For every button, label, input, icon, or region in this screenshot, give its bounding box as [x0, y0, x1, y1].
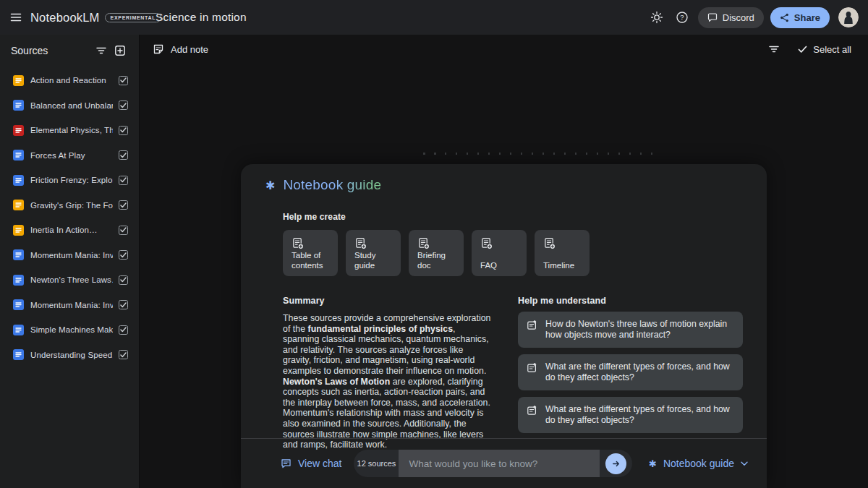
note-add-icon: [292, 237, 304, 249]
source-list-item[interactable]: Friction Frenzy: Explorin…: [0, 168, 139, 193]
create-action-label: Table of contents: [292, 251, 332, 270]
source-checkbox[interactable]: [119, 275, 128, 285]
source-type-icon: [13, 100, 24, 111]
share-icon: [780, 13, 789, 22]
source-label: Momentum Mania: Inves…: [30, 301, 113, 309]
chat-input[interactable]: [399, 450, 600, 477]
suggested-question-text: How do Newton's three laws of motion exp…: [545, 319, 733, 341]
source-type-icon: [13, 150, 24, 160]
check-icon: [798, 46, 807, 53]
create-action-card[interactable]: Briefing doc: [409, 230, 464, 276]
source-label: Friction Frenzy: Explorin…: [30, 176, 113, 184]
guide-title-row: ✱ Notebook guide: [265, 177, 381, 193]
source-type-icon: [13, 125, 24, 136]
experimental-badge: EXPERIMENTAL: [105, 13, 162, 22]
view-chat-label: View chat: [298, 458, 341, 469]
main-area: Add note Select all ✱ Notebook guide Hel…: [140, 35, 868, 488]
source-list-item[interactable]: Understanding Speed, Ve…: [0, 343, 139, 368]
source-checkbox[interactable]: [119, 100, 128, 110]
source-type-icon: [13, 225, 24, 236]
source-type-icon: [13, 200, 24, 210]
create-action-label: Timeline: [543, 261, 584, 271]
create-action-label: Study guide: [354, 251, 395, 270]
source-label: Forces At Play: [30, 151, 113, 160]
header-left: NotebookLM EXPERIMENTAL: [0, 8, 140, 27]
source-checkbox[interactable]: [119, 300, 128, 309]
share-button[interactable]: Share: [770, 7, 830, 28]
sources-count-badge: 12 sources: [354, 459, 399, 468]
suggested-question-chip[interactable]: What are the different types of forces, …: [518, 354, 743, 390]
source-list-item[interactable]: Momentum Mania: Inves…: [0, 293, 139, 318]
view-chat-button[interactable]: View chat: [281, 458, 341, 469]
suggested-question-chip[interactable]: How do Newton's three laws of motion exp…: [518, 312, 743, 348]
notebook-guide-toggle[interactable]: ✱ Notebook guide: [649, 458, 748, 469]
source-list-item[interactable]: Gravity's Grip: The Force…: [0, 193, 139, 218]
source-checkbox[interactable]: [119, 200, 128, 210]
source-checkbox[interactable]: [119, 150, 128, 160]
source-label: Action and Reaction: [30, 76, 113, 85]
hamburger-menu-icon[interactable]: [9, 8, 22, 27]
source-list-item[interactable]: Inertia In Action…: [0, 218, 139, 243]
panel-drag-handle[interactable]: [423, 153, 656, 155]
source-list-item[interactable]: Action and Reaction: [0, 68, 139, 93]
app-name: NotebookLM: [30, 11, 100, 25]
guide-toggle-label: Notebook guide: [663, 458, 734, 469]
source-checkbox[interactable]: [119, 350, 128, 359]
quiz-card-icon: [527, 320, 538, 331]
send-button-wrap: [600, 450, 632, 477]
user-avatar[interactable]: [838, 7, 859, 27]
top-header: NotebookLM EXPERIMENTAL Science in motio…: [0, 0, 868, 35]
discord-button[interactable]: Discord: [698, 7, 764, 28]
select-all-button[interactable]: Select all: [798, 44, 851, 55]
notes-toolbar: Add note Select all: [140, 35, 868, 64]
sources-list: Action and Reaction Balanced and Unbalan…: [0, 67, 139, 367]
create-action-card[interactable]: FAQ: [472, 230, 527, 276]
source-list-item[interactable]: Simple Machines Make…: [0, 317, 139, 343]
source-type-icon: [13, 175, 24, 186]
help-icon[interactable]: ?: [673, 8, 692, 27]
sticky-note-icon: [153, 43, 164, 55]
share-label: Share: [794, 12, 820, 23]
source-list-item[interactable]: Momentum Mania: Inves…: [0, 243, 139, 268]
notebook-guide-panel: ✱ Notebook guide Help me create Table of…: [241, 164, 767, 488]
sources-filter-icon[interactable]: [93, 43, 109, 59]
select-all-label: Select all: [813, 44, 851, 55]
quiz-card-icon: [527, 362, 538, 374]
add-note-label: Add note: [171, 44, 208, 55]
source-list-item[interactable]: Forces At Play: [0, 143, 139, 168]
help-me-create-label: Help me create: [283, 212, 346, 222]
source-checkbox[interactable]: [119, 76, 128, 85]
source-type-icon: [13, 299, 24, 310]
source-list-item[interactable]: Elemental Physics, Third…: [0, 118, 139, 143]
notes-filter-icon[interactable]: [765, 40, 783, 59]
suggested-questions: How do Newton's three laws of motion exp…: [518, 312, 743, 440]
source-checkbox[interactable]: [119, 126, 128, 135]
add-note-button[interactable]: Add note: [153, 43, 208, 55]
source-checkbox[interactable]: [119, 325, 128, 335]
create-action-card[interactable]: Table of contents: [283, 230, 338, 276]
create-action-card[interactable]: Study guide: [346, 230, 401, 276]
suggested-question-text: What are the different types of forces, …: [545, 404, 733, 426]
source-checkbox[interactable]: [119, 226, 128, 235]
source-label: Newton's Three Laws…: [30, 275, 113, 284]
help-me-understand-label: Help me understand: [518, 296, 606, 306]
add-source-icon[interactable]: [112, 43, 128, 59]
theme-toggle-sun-icon[interactable]: [647, 8, 666, 27]
send-button[interactable]: [605, 453, 626, 474]
arrow-right-icon: [610, 458, 621, 469]
source-checkbox[interactable]: [119, 250, 128, 260]
notebooklm-app: NotebookLM EXPERIMENTAL Science in motio…: [0, 0, 868, 488]
create-action-card[interactable]: Timeline: [535, 230, 590, 276]
spark-icon: ✱: [649, 458, 657, 469]
suggested-question-text: What are the different types of forces, …: [545, 361, 733, 383]
source-type-icon: [13, 325, 24, 335]
note-add-icon: [417, 237, 430, 249]
summary-heading: Summary: [283, 296, 325, 306]
source-list-item[interactable]: Newton's Three Laws…: [0, 267, 139, 293]
source-type-icon: [13, 75, 24, 86]
chevron-down-icon: [741, 461, 748, 466]
source-label: Inertia In Action…: [30, 226, 113, 234]
suggested-question-chip[interactable]: What are the different types of forces, …: [518, 397, 743, 433]
source-checkbox[interactable]: [119, 176, 128, 185]
source-list-item[interactable]: Balanced and Unbalance…: [0, 93, 139, 119]
